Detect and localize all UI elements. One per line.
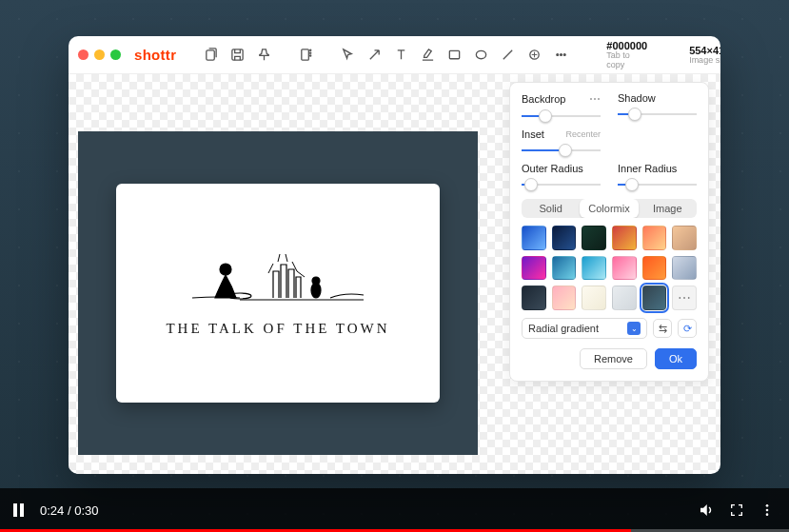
svg-point-18 <box>766 513 769 516</box>
image-size: 554×413pt <box>689 45 720 56</box>
gradient-swatch[interactable] <box>612 256 637 281</box>
svg-point-12 <box>220 264 231 275</box>
pointer-icon[interactable] <box>340 48 355 63</box>
tab-colormix[interactable]: Colormix <box>580 199 638 218</box>
fill-tabs: Solid Colormix Image <box>522 199 697 218</box>
gradient-swatch[interactable] <box>642 226 667 250</box>
window-controls <box>78 49 121 60</box>
gradient-type-select[interactable]: Radial gradient ⌄ <box>522 318 647 339</box>
svg-point-16 <box>766 504 769 507</box>
page-icon[interactable] <box>298 48 313 63</box>
line-icon[interactable] <box>500 48 515 63</box>
gradient-type-value: Radial gradient <box>528 323 599 334</box>
arrow-icon[interactable] <box>366 48 382 63</box>
remove-button[interactable]: Remove <box>580 348 647 369</box>
titlebar: shottr #000000 Tab to copy <box>69 36 720 74</box>
backdrop-label: Backdrop <box>522 93 565 105</box>
zoom-window[interactable] <box>110 49 121 60</box>
video-current: 0:24 <box>40 503 64 518</box>
outer-radius-slider[interactable] <box>522 178 601 191</box>
gradient-swatch[interactable] <box>672 226 697 250</box>
pause-button[interactable] <box>13 503 27 517</box>
oval-icon[interactable] <box>473 48 488 63</box>
shadow-label: Shadow <box>618 92 656 104</box>
more-swatches-icon[interactable]: ⋯ <box>672 286 697 310</box>
color-status: #000000 Tab to copy <box>599 40 655 70</box>
gradient-swatch[interactable] <box>612 286 637 310</box>
minimize-window[interactable] <box>94 49 105 60</box>
gradient-swatch[interactable] <box>582 286 606 310</box>
tab-solid[interactable]: Solid <box>522 199 580 218</box>
video-time: 0:24 / 0:30 <box>40 503 98 518</box>
recenter-button[interactable]: Recenter <box>565 129 601 139</box>
illustration <box>183 250 373 307</box>
refresh-icon[interactable]: ⟳ <box>678 319 697 338</box>
gradient-swatch[interactable] <box>552 226 577 250</box>
color-hex: #000000 <box>606 40 647 51</box>
text-icon[interactable] <box>393 48 408 63</box>
close-window[interactable] <box>78 49 89 60</box>
image-size-status: 554×413pt Image size <box>681 45 720 66</box>
gradient-swatch[interactable] <box>612 226 637 250</box>
rect-icon[interactable] <box>446 48 462 63</box>
svg-point-11 <box>563 54 565 56</box>
gradient-swatch[interactable] <box>552 256 577 281</box>
toolbar-group-page <box>298 48 313 63</box>
toolbar-group-file <box>203 48 271 63</box>
kebab-icon[interactable] <box>759 502 776 519</box>
ok-button[interactable]: Ok <box>655 348 697 369</box>
backdrop-more-icon[interactable]: ⋯ <box>589 92 601 106</box>
card-motto: THE TALK OF THE TOWN <box>166 321 389 337</box>
image-size-label: Image size <box>689 56 720 66</box>
inner-radius-label: Inner Radius <box>618 163 677 174</box>
gradient-swatch[interactable] <box>672 256 697 281</box>
video-controls: 0:24 / 0:30 <box>0 488 789 532</box>
backdrop-panel: Backdrop⋯ Shadow InsetRecenter Outer Rad… <box>509 82 709 382</box>
gradient-swatch[interactable] <box>642 286 667 310</box>
gradient-swatch[interactable] <box>582 226 606 250</box>
svg-point-17 <box>766 509 769 512</box>
svg-rect-0 <box>207 50 214 60</box>
shadow-slider[interactable] <box>618 108 697 121</box>
swap-icon[interactable]: ⇆ <box>653 319 672 338</box>
app-name: shottr <box>134 47 176 63</box>
inset-label: Inset <box>522 128 544 140</box>
svg-point-4 <box>309 52 310 53</box>
svg-point-3 <box>309 49 310 50</box>
pin-icon[interactable] <box>256 48 271 63</box>
svg-point-7 <box>476 50 485 58</box>
gradient-swatch[interactable] <box>522 226 546 250</box>
volume-icon[interactable] <box>698 502 715 519</box>
inset-slider[interactable] <box>522 144 601 157</box>
save-icon[interactable] <box>229 48 245 63</box>
video-duration: 0:30 <box>74 503 98 518</box>
svg-point-10 <box>560 54 562 56</box>
gradient-swatch[interactable] <box>642 256 667 281</box>
backdrop-frame[interactable]: THE TALK OF THE TOWN <box>78 131 478 455</box>
inner-radius-slider[interactable] <box>618 178 697 191</box>
svg-rect-6 <box>449 50 459 58</box>
canvas-area: THE TALK OF THE TOWN Backdrop⋯ Shadow In… <box>69 74 720 474</box>
fullscreen-icon[interactable] <box>728 502 745 519</box>
tab-image[interactable]: Image <box>639 199 697 218</box>
color-hint: Tab to copy <box>606 51 647 70</box>
gradient-swatch[interactable] <box>522 256 546 281</box>
svg-point-15 <box>312 277 320 285</box>
select-caret-icon: ⌄ <box>627 322 641 335</box>
counter-icon[interactable] <box>526 48 542 63</box>
app-window: shottr #000000 Tab to copy <box>69 36 720 474</box>
gradient-swatch[interactable] <box>582 256 606 281</box>
outer-radius-label: Outer Radius <box>522 163 583 174</box>
backdrop-slider[interactable] <box>522 109 601 123</box>
more-icon[interactable] <box>553 48 568 63</box>
gradient-swatches: ⋯ <box>522 226 697 310</box>
copy-icon[interactable] <box>203 48 218 63</box>
gradient-swatch[interactable] <box>552 286 577 310</box>
gradient-swatch[interactable] <box>522 286 546 310</box>
screenshot-card[interactable]: THE TALK OF THE TOWN <box>116 184 440 403</box>
svg-rect-1 <box>232 49 243 60</box>
svg-rect-2 <box>302 49 309 60</box>
svg-point-9 <box>557 54 559 56</box>
marker-icon[interactable] <box>420 48 435 63</box>
svg-point-5 <box>309 55 310 56</box>
